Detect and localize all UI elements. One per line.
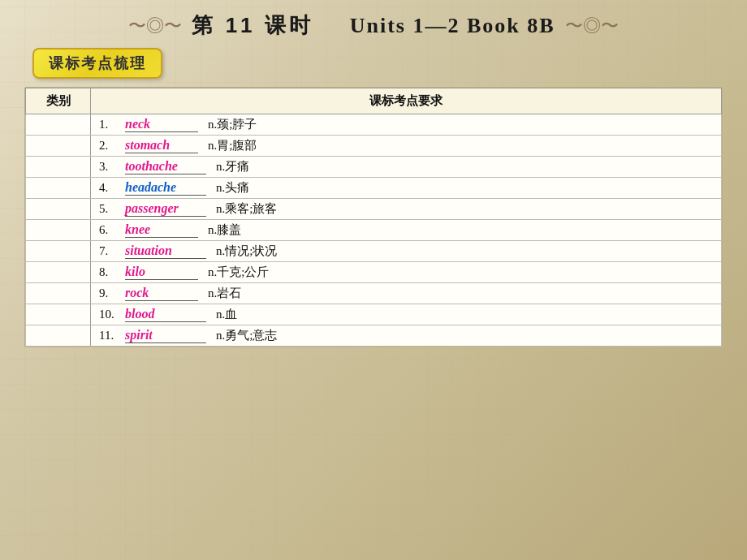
row-number: 5. xyxy=(99,202,122,216)
table-row: 2.stomachn.胃;腹部 xyxy=(26,136,722,157)
blank-underline: kilo xyxy=(125,265,198,280)
keyword: blood xyxy=(125,307,154,321)
keyword: kilo xyxy=(125,265,145,278)
category-cell xyxy=(26,157,91,178)
title-zh: 第 11 课时 xyxy=(192,13,313,37)
definition: n.岩石 xyxy=(208,286,241,301)
definition: n.胃;腹部 xyxy=(208,138,257,153)
vocab-cell: 10.bloodn.血 xyxy=(91,304,722,325)
col-header-category: 类别 xyxy=(26,88,91,114)
row-number: 1. xyxy=(99,118,122,131)
vocab-cell: 6.kneen.膝盖 xyxy=(91,220,722,241)
row-number: 4. xyxy=(99,181,122,195)
section-badge: 课标考点梳理 xyxy=(32,48,162,79)
table-row: 3.toothachen.牙痛 xyxy=(26,157,722,178)
row-content: 10.bloodn.血 xyxy=(99,307,713,322)
blank-underline: neck xyxy=(125,117,198,132)
vocab-cell: 5.passengern.乘客;旅客 xyxy=(91,199,722,220)
page-title: 第 11 课时 Units 1—2 Book 8B xyxy=(192,11,555,40)
table-row: 8.kilon.千克;公斤 xyxy=(26,262,722,283)
row-number: 2. xyxy=(99,139,122,153)
keyword: spirit xyxy=(125,328,153,342)
content-area: 类别 课标考点要求 1.neckn.颈;脖子2.stomachn.胃;腹部3.t… xyxy=(24,87,723,347)
swirl-left-icon: 〜◎〜 xyxy=(128,14,182,38)
row-number: 8. xyxy=(99,265,122,279)
keyword: passenger xyxy=(125,201,179,215)
blank-underline: rock xyxy=(125,286,198,301)
category-cell xyxy=(26,283,91,304)
row-number: 9. xyxy=(99,286,122,300)
blank-underline: spirit xyxy=(125,328,206,343)
category-cell xyxy=(26,220,91,241)
category-cell xyxy=(26,325,91,347)
blank-underline: toothache xyxy=(125,159,206,174)
vocab-cell: 11.spiritn.勇气;意志 xyxy=(91,325,722,347)
category-cell xyxy=(26,199,91,220)
keyword: rock xyxy=(125,286,149,299)
keyword: neck xyxy=(125,117,150,131)
keyword: knee xyxy=(125,222,150,236)
row-content: 4.headachen.头痛 xyxy=(99,180,713,196)
row-content: 5.passengern.乘客;旅客 xyxy=(99,201,713,217)
table-row: 6.kneen.膝盖 xyxy=(26,220,722,241)
table-row: 5.passengern.乘客;旅客 xyxy=(26,199,722,220)
vocab-cell: 2.stomachn.胃;腹部 xyxy=(91,136,722,157)
row-number: 6. xyxy=(99,223,122,237)
table-row: 11.spiritn.勇气;意志 xyxy=(26,325,722,347)
blank-underline: headache xyxy=(125,180,206,196)
row-content: 9.rockn.岩石 xyxy=(99,286,713,301)
vocab-cell: 8.kilon.千克;公斤 xyxy=(91,262,722,283)
row-content: 7.situationn.情况;状况 xyxy=(99,243,713,259)
definition: n.牙痛 xyxy=(216,159,249,174)
definition: n.千克;公斤 xyxy=(208,265,269,280)
row-content: 3.toothachen.牙痛 xyxy=(99,159,713,174)
category-cell xyxy=(26,114,91,136)
table-row: 1.neckn.颈;脖子 xyxy=(26,114,722,136)
row-content: 8.kilon.千克;公斤 xyxy=(99,265,713,280)
row-content: 2.stomachn.胃;腹部 xyxy=(99,138,713,153)
table-row: 7.situationn.情况;状况 xyxy=(26,241,722,262)
vocab-cell: 9.rockn.岩石 xyxy=(91,283,722,304)
keyword: headache xyxy=(125,180,176,194)
blank-underline: situation xyxy=(125,243,206,259)
definition: n.头痛 xyxy=(216,180,249,196)
definition: n.膝盖 xyxy=(208,222,241,238)
table-row: 9.rockn.岩石 xyxy=(26,283,722,304)
category-cell xyxy=(26,178,91,199)
vocab-cell: 1.neckn.颈;脖子 xyxy=(91,114,722,136)
vocab-cell: 4.headachen.头痛 xyxy=(91,178,722,199)
table-row: 10.bloodn.血 xyxy=(26,304,722,325)
row-number: 11. xyxy=(99,329,122,342)
blank-underline: blood xyxy=(125,307,206,322)
vocab-cell: 7.situationn.情况;状况 xyxy=(91,241,722,262)
keyword: situation xyxy=(125,243,172,257)
vocab-table: 类别 课标考点要求 1.neckn.颈;脖子2.stomachn.胃;腹部3.t… xyxy=(25,88,722,347)
row-content: 1.neckn.颈;脖子 xyxy=(99,117,713,132)
col-header-requirement: 课标考点要求 xyxy=(91,88,722,114)
category-cell xyxy=(26,136,91,157)
category-cell xyxy=(26,304,91,325)
page-wrapper: 〜◎〜 第 11 课时 Units 1—2 Book 8B 〜◎〜 课标考点梳理… xyxy=(0,0,747,560)
definition: n.颈;脖子 xyxy=(208,117,257,132)
header: 〜◎〜 第 11 课时 Units 1—2 Book 8B 〜◎〜 xyxy=(0,0,747,46)
blank-underline: knee xyxy=(125,222,198,238)
row-number: 7. xyxy=(99,244,122,258)
row-number: 3. xyxy=(99,160,122,174)
category-cell xyxy=(26,262,91,283)
keyword: stomach xyxy=(125,138,170,152)
swirl-right-icon: 〜◎〜 xyxy=(565,14,619,38)
definition: n.情况;状况 xyxy=(216,243,277,259)
section-badge-container: 课标考点梳理 xyxy=(16,46,747,87)
definition: n.勇气;意志 xyxy=(216,328,277,343)
keyword: toothache xyxy=(125,159,178,173)
row-content: 6.kneen.膝盖 xyxy=(99,222,713,238)
blank-underline: passenger xyxy=(125,201,206,217)
blank-underline: stomach xyxy=(125,138,198,153)
vocab-cell: 3.toothachen.牙痛 xyxy=(91,157,722,178)
definition: n.血 xyxy=(216,307,237,322)
definition: n.乘客;旅客 xyxy=(216,201,277,217)
title-en: Units 1—2 Book 8B xyxy=(350,14,555,37)
table-row: 4.headachen.头痛 xyxy=(26,178,722,199)
row-number: 10. xyxy=(99,308,122,321)
row-content: 11.spiritn.勇气;意志 xyxy=(99,328,713,343)
